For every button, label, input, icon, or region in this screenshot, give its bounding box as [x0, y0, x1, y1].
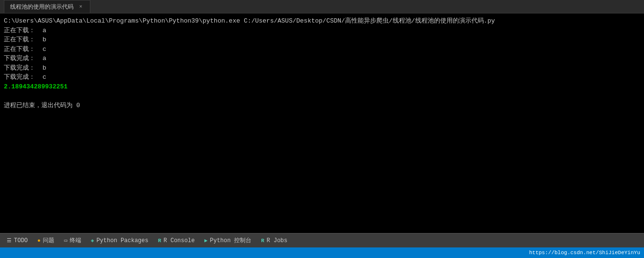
terminal-line: 正在下载： b: [4, 35, 640, 45]
terminal-line: 正在下载： a: [4, 26, 640, 36]
python-ctrl-icon: ▶: [204, 237, 208, 244]
tab-python-packages[interactable]: ◈Python Packages: [86, 233, 153, 247]
tab-label-r-jobs: R Jobs: [267, 237, 287, 244]
terminal-line: 下载完成： b: [4, 63, 640, 73]
tab-label-terminal: 终端: [70, 236, 81, 245]
tab-problems[interactable]: ●问题: [33, 233, 60, 247]
terminal-line: 2.189434289932251: [4, 82, 640, 92]
tab-r-console[interactable]: RR Console: [153, 233, 199, 247]
status-bar: https://blog.csdn.net/ShiJieDeYinYu: [0, 247, 644, 258]
terminal-line: C:\Users\ASUS\AppData\Local\Programs\Pyt…: [4, 16, 640, 26]
terminal-icon: ▭: [64, 237, 67, 244]
tab-label-python-ctrl: Python 控制台: [210, 236, 251, 245]
terminal-line: 下载完成： a: [4, 54, 640, 63]
terminal-line: [4, 91, 640, 101]
title-tab[interactable]: 线程池的使用的演示代码 ×: [4, 0, 90, 13]
status-url: https://blog.csdn.net/ShiJieDeYinYu: [529, 250, 640, 256]
tab-terminal[interactable]: ▭终端: [59, 233, 86, 247]
title-tab-label: 线程池的使用的演示代码: [10, 3, 74, 11]
tab-label-r-console: R Console: [163, 237, 195, 244]
tab-label-problems: 问题: [43, 236, 54, 245]
close-tab-button[interactable]: ×: [77, 3, 84, 10]
todo-icon: ☰: [7, 237, 12, 244]
bottom-tab-bar: ☰TODO●问题▭终端◈Python PackagesRR Console▶Py…: [0, 233, 644, 247]
tab-label-todo: TODO: [14, 237, 28, 244]
tab-r-jobs[interactable]: RR Jobs: [256, 233, 292, 247]
terminal-line: 进程已结束，退出代码为 0: [4, 101, 640, 111]
packages-icon: ◈: [91, 237, 94, 244]
warning-icon: ●: [37, 238, 41, 244]
tab-todo[interactable]: ☰TODO: [2, 233, 33, 247]
terminal-line: 正在下载： c: [4, 45, 640, 54]
rjobs-icon: R: [261, 238, 264, 244]
tab-python-ctrl[interactable]: ▶Python 控制台: [199, 233, 256, 247]
title-bar: 线程池的使用的演示代码 ×: [0, 0, 644, 13]
terminal-line: 下载完成： c: [4, 73, 640, 82]
tab-label-python-packages: Python Packages: [97, 237, 149, 244]
r-icon: R: [158, 238, 161, 244]
terminal-area: C:\Users\ASUS\AppData\Local\Programs\Pyt…: [0, 13, 644, 233]
